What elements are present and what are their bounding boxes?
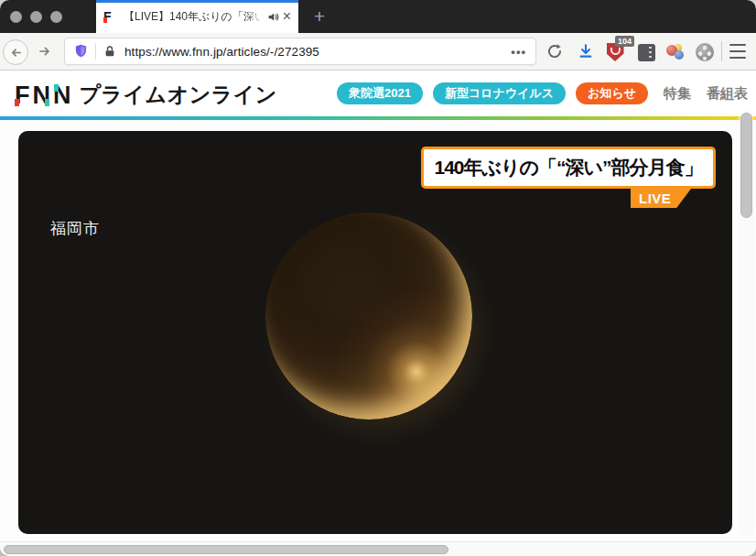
live-video-player[interactable]: 140年ぶりの「“深い”部分月食」 LIVE 福岡市 <box>18 131 732 534</box>
vertical-scrollbar-thumb[interactable] <box>740 113 752 218</box>
tab-close-button[interactable]: × <box>283 9 291 24</box>
url-input[interactable]: https://www.fnn.jp/articles/-/272395 <box>124 45 502 59</box>
location-label: 福岡市 <box>50 218 100 239</box>
tab-audio-icon[interactable] <box>267 11 279 23</box>
colored-balls-extension-icon <box>665 43 686 61</box>
hamburger-menu-button[interactable] <box>729 44 746 59</box>
adblocker-badge: 104 <box>615 36 634 47</box>
toolbar-divider <box>721 41 722 61</box>
film-reel-extension-icon <box>696 43 714 61</box>
logo-wordmark: プライムオンライン <box>80 81 277 109</box>
url-bar[interactable]: https://www.fnn.jp/articles/-/272395 ••• <box>64 38 536 65</box>
eclipse-moon-image <box>265 213 472 420</box>
live-badge: LIVE <box>631 189 691 208</box>
nav-item-program-guide[interactable]: 番組表 <box>707 85 748 103</box>
header-gradient-divider <box>0 116 756 120</box>
extension-button-4[interactable] <box>695 42 715 62</box>
lock-icon[interactable] <box>103 45 116 58</box>
forward-button[interactable] <box>33 39 57 63</box>
tab-title: 【LIVE】140年ぶりの「深い部分月食」 <box>124 9 265 25</box>
back-button[interactable] <box>3 39 28 65</box>
nav-item-coronavirus[interactable]: 新型コロナウイルス <box>433 82 566 104</box>
tracking-protection-shield-icon[interactable] <box>74 44 88 59</box>
nav-item-election[interactable]: 衆院選2021 <box>337 82 423 104</box>
brand-letters: F N N <box>15 82 71 108</box>
horizontal-scrollbar-thumb[interactable] <box>4 545 448 554</box>
broadcast-headline-banner: 140年ぶりの「“深い”部分月食」 <box>421 147 716 189</box>
zoom-window-button[interactable] <box>50 11 62 23</box>
nav-item-notice[interactable]: お知らせ <box>576 82 648 104</box>
extension-button-2[interactable] <box>636 42 656 62</box>
urlbar-divider <box>95 43 96 60</box>
site-favicon-icon: F <box>103 9 117 24</box>
nav-item-feature[interactable]: 特集 <box>664 85 691 103</box>
site-header: F N N プライムオンライン 衆院選2021 新型コロナウイルス お知らせ 特… <box>0 71 756 116</box>
site-nav: 衆院選2021 新型コロナウイルス お知らせ 特集 番組表 <box>337 71 748 116</box>
download-button[interactable] <box>576 41 596 61</box>
page-actions-button[interactable]: ••• <box>511 45 526 59</box>
new-tab-button[interactable]: + <box>308 5 331 28</box>
tab-bar: F 【LIVE】140年ぶりの「深い部分月食」 × + <box>0 0 756 33</box>
minimize-window-button[interactable] <box>30 11 42 23</box>
site-logo[interactable]: F N N プライムオンライン <box>15 81 277 109</box>
dark-square-extension-icon <box>638 44 655 61</box>
navigation-toolbar: https://www.fnn.jp/articles/-/272395 •••… <box>0 33 756 71</box>
window-controls <box>10 11 62 23</box>
close-window-button[interactable] <box>10 11 22 23</box>
reload-button[interactable] <box>545 41 565 61</box>
extension-button-3[interactable] <box>665 42 686 62</box>
adblocker-extension-button[interactable]: 104 <box>605 42 625 62</box>
browser-tab[interactable]: F 【LIVE】140年ぶりの「深い部分月食」 × <box>96 0 298 33</box>
browser-window: F 【LIVE】140年ぶりの「深い部分月食」 × + <box>0 0 756 556</box>
